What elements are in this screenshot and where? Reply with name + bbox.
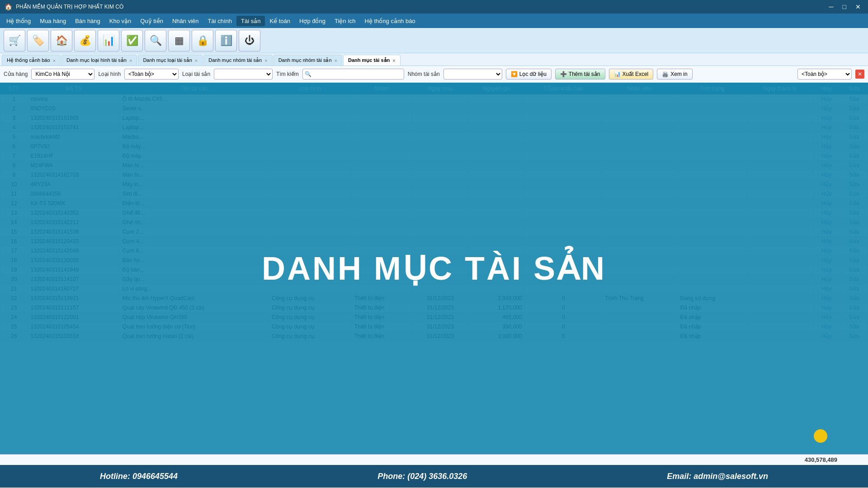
tab-2[interactable]: Danh mục loại tài sản× [138, 55, 203, 66]
menu-item-kế-toán[interactable]: Kế toán [265, 16, 295, 26]
menu-item-quỹ-tiền[interactable]: Quỹ tiền [136, 16, 168, 26]
tab-label-0: Hệ thống cảnh báo [7, 57, 50, 63]
tab-5[interactable]: Danh mục tài sản× [343, 55, 401, 66]
tab-4[interactable]: Danh mục nhóm tài sản× [274, 55, 342, 66]
menu-item-tài-sản[interactable]: Tài sản [236, 16, 265, 26]
filter-close-button[interactable]: ✕ [855, 70, 864, 79]
toolbar-icon-8: 🔒 [197, 35, 209, 47]
total-row: 430,578,489 [0, 454, 868, 465]
menu-item-tài-chính[interactable]: Tài chính [203, 16, 236, 26]
loc-du-lieu-button[interactable]: 🔽 Lọc dữ liệu [506, 69, 552, 80]
toolbar-button-3[interactable]: 💰 [74, 30, 96, 52]
loai-tai-san-select[interactable] [214, 69, 273, 80]
tim-kiem-label: Tìm kiếm [276, 71, 299, 77]
toolbar-icon-6: 🔍 [150, 35, 162, 47]
window-controls: ─ □ ✕ [826, 3, 863, 10]
tab-0[interactable]: Hệ thống cảnh báo× [2, 55, 61, 66]
tab-close-0[interactable]: × [53, 58, 56, 63]
tab-label-3: Danh mục nhóm tài sản [208, 57, 262, 63]
toolbar-icon-3: 💰 [79, 35, 91, 47]
total-value: 430,578,489 [805, 456, 837, 463]
tab-label-4: Danh mục nhóm tài sản [278, 57, 332, 63]
toolbar-button-6[interactable]: 🔍 [145, 30, 166, 52]
right-dropdown[interactable]: <Toàn bộ> [797, 69, 852, 80]
tab-label-2: Danh mục loại tài sản [143, 57, 192, 63]
tab-1[interactable]: Danh mục loại hình tài sản× [61, 55, 137, 66]
toolbar-button-9[interactable]: ℹ️ [215, 30, 237, 52]
toolbar-icon-2: 🏠 [56, 35, 68, 47]
toolbar-button-10[interactable]: ⏻ [239, 30, 260, 52]
toolbar-icon-7: ▦ [175, 35, 184, 47]
footer: Hotline: 0946645544 Phone: (024) 3636.03… [0, 465, 868, 488]
toolbar-button-7[interactable]: ▦ [168, 30, 190, 52]
menu-item-nhân-viên[interactable]: Nhân viên [168, 16, 203, 26]
tab-3[interactable]: Danh mục nhóm tài sản× [203, 55, 272, 66]
print-icon: 🖨️ [662, 71, 669, 77]
xuat-excel-button[interactable]: 📊 Xuất Excel [609, 69, 654, 80]
toolbar-icon-5: ✅ [126, 35, 138, 47]
toolbar-icon-1: 🏷️ [32, 35, 44, 47]
menu-item-bán-hàng[interactable]: Bán hàng [71, 16, 105, 26]
loai-tai-san-label: Loại tài sản [182, 71, 210, 77]
menu-item-hệ-thống-cảnh-báo[interactable]: Hệ thống cảnh báo [360, 16, 420, 26]
tab-close-1[interactable]: × [129, 58, 132, 63]
menu-item-hệ-thống[interactable]: Hệ thống [2, 16, 35, 26]
menu-bar: Hệ thốngMua hàngBán hàngKho vậnQuỹ tiềnN… [0, 14, 868, 28]
tab-close-2[interactable]: × [195, 58, 198, 63]
toolbar-button-8[interactable]: 🔒 [192, 30, 213, 52]
filter-bar: Cửa hàng KimCo Hà Nội Loại hình <Toàn bộ… [0, 66, 868, 83]
search-input[interactable] [313, 69, 404, 79]
table-container: DANH MỤC TÀI SẢN STT Mã TS Tên tài sản L… [0, 83, 868, 454]
maximize-button[interactable]: □ [840, 3, 849, 10]
excel-icon: 📊 [614, 71, 621, 77]
toolbar-button-4[interactable]: 📊 [98, 30, 119, 52]
add-icon: ➕ [560, 71, 567, 77]
close-button[interactable]: ✕ [853, 3, 863, 10]
menu-item-tiện-ích[interactable]: Tiện ích [330, 16, 360, 26]
toolbar-button-0[interactable]: 🛒 [4, 30, 25, 52]
toolbar-button-5[interactable]: ✅ [121, 30, 143, 52]
tab-label-1: Danh mục loại hình tài sản [66, 57, 127, 63]
title-bar: 🏠 PHẦN MỀM QUẢN TRỊ HỢP NHẤT KIM CÒ ─ □ … [0, 0, 868, 14]
footer-hotline: Hotline: 0946645544 [100, 472, 178, 481]
filter-icon: 🔽 [511, 71, 518, 77]
tab-bar: Hệ thống cảnh báo×Danh mục loại hình tài… [0, 53, 868, 66]
toolbar-icon-9: ℹ️ [220, 35, 232, 47]
xem-in-button[interactable]: 🖨️ Xem in [657, 69, 692, 80]
app-icon: 🏠 [5, 3, 12, 10]
search-icon: 🔍 [303, 71, 313, 77]
menu-item-hợp-đồng[interactable]: Hợp đồng [295, 16, 330, 26]
toolbar-button-2[interactable]: 🏠 [51, 30, 72, 52]
toolbar: 🛒🏷️🏠💰📊✅🔍▦🔒ℹ️⏻ [0, 28, 868, 53]
tab-close-4[interactable]: × [335, 58, 337, 63]
menu-item-kho-vận[interactable]: Kho vận [105, 16, 136, 26]
tab-label-5: Danh mục tài sản [348, 57, 390, 63]
toolbar-icon-4: 📊 [103, 35, 115, 47]
tab-close-3[interactable]: × [264, 58, 267, 63]
overlay: DANH MỤC TÀI SẢN [0, 83, 868, 454]
toolbar-icon-10: ⏻ [245, 35, 255, 47]
nhom-tai-san-select[interactable] [443, 69, 502, 80]
loai-hinh-select[interactable]: <Toàn bộ> [124, 69, 179, 80]
toolbar-icon-0: 🛒 [9, 35, 21, 47]
nhom-tai-san-label: Nhóm tài sản [408, 71, 440, 77]
loai-hinh-label: Loại hình [98, 71, 121, 77]
app-title: PHẦN MỀM QUẢN TRỊ HỢP NHẤT KIM CÒ [16, 4, 123, 10]
footer-phone: Phone: (024) 3636.0326 [377, 472, 467, 481]
them-tai-san-button[interactable]: ➕ Thêm tài sản [555, 69, 605, 80]
footer-email: Email: admin@salesoft.vn [667, 472, 768, 481]
minimize-button[interactable]: ─ [826, 3, 836, 10]
cua-hang-label: Cửa hàng [4, 71, 28, 77]
tab-close-5[interactable]: × [392, 58, 395, 63]
menu-item-mua-hàng[interactable]: Mua hàng [35, 16, 71, 26]
overlay-title: DANH MỤC TÀI SẢN [262, 249, 606, 287]
toolbar-button-1[interactable]: 🏷️ [27, 30, 49, 52]
cua-hang-select[interactable]: KimCo Hà Nội [31, 69, 94, 80]
